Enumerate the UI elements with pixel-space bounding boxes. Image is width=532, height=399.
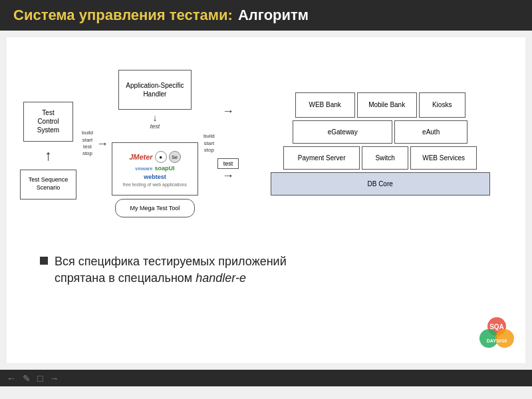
arrow-test-section: → test → <box>217 104 239 183</box>
header-title: Система управления тестами: <box>13 7 233 24</box>
left-column: TestControlSystem ↑ Test SequenceScenari… <box>20 102 76 200</box>
header: Система управления тестами: Алгоритм <box>0 0 532 31</box>
build-label-2: buildstartstop <box>203 133 215 154</box>
webtest-icon: webtest <box>144 174 166 180</box>
jmeter-icon: JMeter <box>129 153 152 161</box>
svg-text:SQA: SQA <box>489 323 504 331</box>
switch-box: Switch <box>362 146 408 170</box>
payment-box: Payment Server <box>283 146 360 170</box>
circle-icon-1: ● <box>155 151 167 163</box>
nav-next[interactable]: → <box>49 373 59 384</box>
tools-row-4: free testing of web applications <box>123 182 187 187</box>
megatool-box: My Mega Test Tool <box>115 199 195 217</box>
tools-row-3: webtest <box>144 174 166 180</box>
pyramid-row-1: WEB Bank Mobile Bank Kiosks <box>248 92 512 118</box>
webbank-box: WEB Bank <box>295 92 355 118</box>
bottom-bar: ← ✎ □ → <box>0 370 532 386</box>
test-box: test <box>217 158 239 169</box>
bullet-square-icon <box>40 257 48 265</box>
webservices-box: WEB Services <box>410 146 477 170</box>
test-down: ↓ <box>152 112 157 123</box>
nav-pen[interactable]: ✎ <box>23 373 31 384</box>
diagram: TestControlSystem ↑ Test SequenceScenari… <box>20 51 512 237</box>
sqa-logo: SQA DAYS#10 <box>475 313 519 356</box>
bullet-item-1: Вся специфика тестируемых приложений спр… <box>40 253 492 287</box>
nav-next-box[interactable]: □ <box>37 373 43 384</box>
bullet-text: Вся специфика тестируемых приложений спр… <box>55 253 287 287</box>
vmware-icon: vmware <box>135 166 152 171</box>
nav-prev[interactable]: ← <box>7 373 16 384</box>
tools-row-2: vmware soapUI <box>135 165 174 172</box>
tools-box: JMeter ● Se vmware soapUI webtest free t… <box>112 142 198 196</box>
main-content: TestControlSystem ↑ Test SequenceScenari… <box>7 37 525 363</box>
pyramid: WEB Bank Mobile Bank Kiosks eGateway eAu… <box>248 92 512 196</box>
up-arrow-icon: ↑ <box>45 147 52 164</box>
handler-box: Application-SpecificHandler <box>118 70 192 110</box>
arrow-1: → <box>96 137 108 151</box>
bullet-section: Вся специфика тестируемых приложений спр… <box>20 247 512 293</box>
svg-text:DAYS#10: DAYS#10 <box>487 338 507 343</box>
soapui-icon: soapUI <box>154 165 174 172</box>
arrow-3: → <box>222 169 234 183</box>
pyramid-row-2: eGateway eAuth <box>248 120 512 144</box>
kiosks-box: Kiosks <box>419 92 466 118</box>
eauth-box: eAuth <box>394 120 467 144</box>
scenario-box: Test SequenceScenario <box>20 170 76 200</box>
megatool-label: My Mega Test Tool <box>130 205 180 211</box>
middle-column: Application-SpecificHandler ↓ test JMete… <box>112 70 198 217</box>
build-label-1: buildstartteststop <box>82 130 93 158</box>
mobilebank-box: Mobile Bank <box>357 92 417 118</box>
tools-row-1: JMeter ● Se <box>129 151 180 163</box>
tcs-box: TestControlSystem <box>23 102 73 142</box>
arrow-2: → <box>222 104 234 118</box>
pyramid-row-4: DB Core <box>248 172 512 196</box>
dbcore-box: DB Core <box>271 172 490 196</box>
selenium-icon: Se <box>169 151 181 163</box>
header-subtitle: Алгоритм <box>238 7 309 24</box>
egateway-box: eGateway <box>293 120 392 144</box>
test-label-inline: test <box>150 123 160 130</box>
pyramid-row-3: Payment Server Switch WEB Services <box>248 146 512 170</box>
